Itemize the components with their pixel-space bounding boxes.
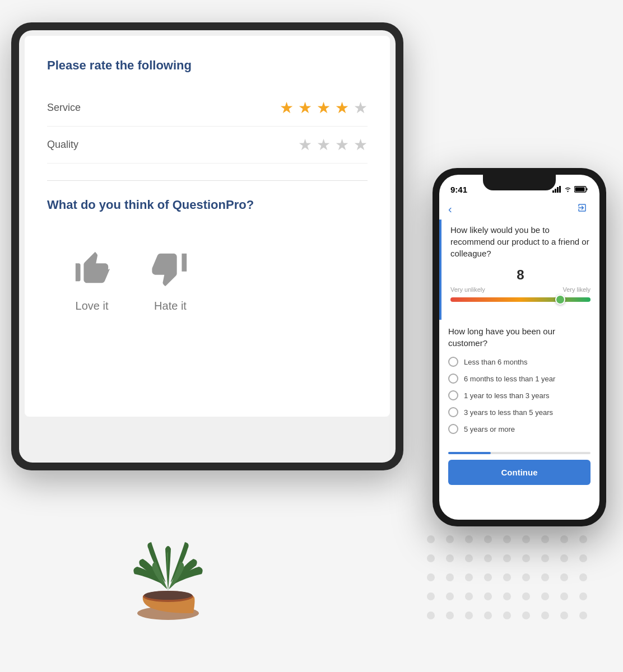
option-text-2: 6 months to less than 1 year [464,375,555,383]
thumbs-up-icon [69,246,114,291]
svg-rect-3 [559,186,561,193]
option-text-4: 3 years to less than 5 years [464,408,553,417]
quality-rating-row: Quality ★ ★ ★ ★ [47,127,368,164]
very-likely-label: Very likely [562,286,591,293]
q-star-4[interactable]: ★ [354,136,368,154]
customer-section: How long have you been our customer? Les… [439,320,599,446]
dot-grid-decoration [427,535,595,627]
battery-icon [574,186,588,193]
svg-rect-1 [555,189,556,193]
phone-footer: Continue [439,446,599,494]
svg-rect-6 [587,188,588,190]
q-star-1[interactable]: ★ [298,136,312,154]
q-star-2[interactable]: ★ [317,136,331,154]
radio-circle-5 [448,424,458,434]
progress-bar [448,452,591,454]
nps-question: How likely would you be to recommend our… [450,224,591,259]
opinion-row: Love it Hate it [47,235,368,324]
status-time: 9:41 [450,185,467,194]
thumbs-down-icon [148,246,193,291]
signal-icon [552,186,561,193]
q-star-3[interactable]: ★ [335,136,349,154]
phone-nav: ‹ [439,199,599,220]
star-4[interactable]: ★ [335,99,349,117]
nps-score: 8 [450,267,591,283]
phone-device: 9:41 [433,168,606,526]
star-5[interactable]: ★ [354,99,368,117]
radio-circle-1 [448,357,458,367]
continue-button[interactable]: Continue [448,460,591,485]
very-unlikely-label: Very unlikely [450,286,485,293]
love-label: Love it [76,300,109,312]
customer-question: How long have you been our customer? [448,325,591,349]
nps-labels: Very unlikely Very likely [450,286,591,293]
plant-decoration [112,504,224,616]
service-rating-row: Service ★ ★ ★ ★ ★ [47,90,368,127]
option-text-3: 1 year to less than 3 years [464,391,549,400]
option-text-1: Less than 6 months [464,358,527,366]
svg-rect-0 [552,190,554,193]
back-arrow[interactable]: ‹ [448,203,462,216]
radio-circle-3 [448,390,458,400]
option-5yr-plus[interactable]: 5 years or more [448,424,591,434]
exit-button[interactable] [577,203,591,216]
service-label: Service [47,102,81,114]
nps-slider[interactable] [450,297,591,302]
hate-label: Hate it [154,300,187,312]
radio-circle-4 [448,407,458,417]
quality-stars[interactable]: ★ ★ ★ ★ [298,136,368,154]
section-divider [47,180,368,181]
option-6mo-1yr[interactable]: 6 months to less than 1 year [448,374,591,384]
option-3yr-5yr[interactable]: 3 years to less than 5 years [448,407,591,417]
radio-circle-2 [448,374,458,384]
option-less-6mo[interactable]: Less than 6 months [448,357,591,367]
service-stars[interactable]: ★ ★ ★ ★ ★ [280,99,368,117]
status-icons [552,186,588,193]
star-3[interactable]: ★ [317,99,331,117]
hate-it-option[interactable]: Hate it [148,246,193,312]
progress-fill [448,452,491,454]
phone-screen: 9:41 [439,175,599,520]
wifi-icon [564,186,572,193]
section2-title: What do you think of QuestionPro? [47,198,368,212]
svg-rect-7 [575,188,585,192]
option-1yr-3yr[interactable]: 1 year to less than 3 years [448,390,591,400]
nps-section: How likely would you be to recommend our… [439,220,599,320]
tablet-survey-title: Please rate the following [47,58,368,73]
option-text-5: 5 years or more [464,425,515,433]
star-2[interactable]: ★ [298,99,312,117]
love-it-option[interactable]: Love it [69,246,114,312]
svg-point-4 [567,191,568,192]
star-1[interactable]: ★ [280,99,294,117]
svg-point-10 [144,591,192,600]
quality-label: Quality [47,139,78,151]
nps-thumb [555,295,565,305]
svg-rect-2 [557,187,559,193]
tablet-device: Please rate the following Service ★ ★ ★ … [11,22,403,470]
phone-notch [483,175,556,190]
